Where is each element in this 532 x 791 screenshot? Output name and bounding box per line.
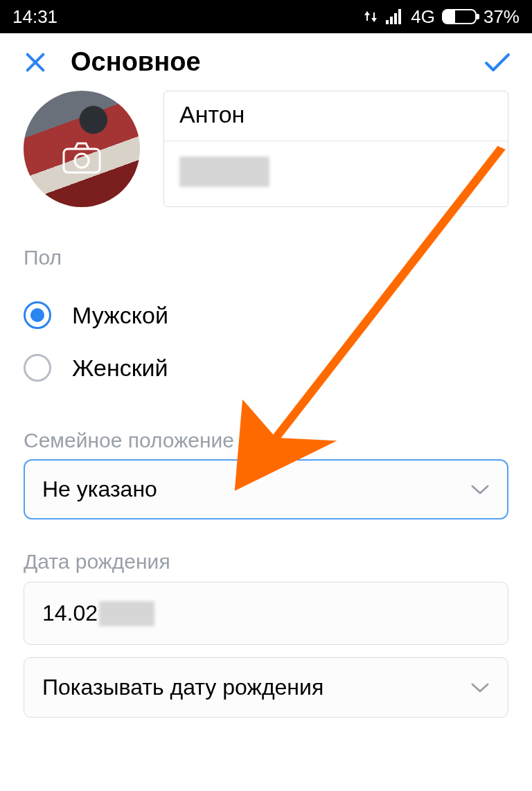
svg-point-7 [75,154,89,168]
dob-label: Дата рождения [24,550,508,574]
gender-radio-group: Мужской Женский [24,289,508,394]
signal-icon [386,9,404,24]
svg-rect-3 [398,9,401,24]
name-card: Антон [163,91,508,207]
camera-icon [62,142,101,174]
marital-label: Семейное положение [24,429,508,452]
chevron-down-icon [470,483,490,496]
content: Антон Пол Мужской Женский Семейное полож… [0,91,532,718]
chevron-down-icon [470,682,490,694]
marital-status-select[interactable]: Не указано [24,459,508,519]
svg-rect-2 [394,13,397,24]
confirm-icon[interactable] [482,51,513,74]
radio-unselected-icon [24,354,51,382]
svg-rect-0 [386,20,389,24]
redacted-text [99,601,154,626]
avatar[interactable] [24,91,140,207]
dob-value: 14.02 [42,601,98,626]
select-value: Не указано [42,477,157,502]
status-time: 14:31 [12,6,57,28]
app-header: Основное [0,33,532,91]
battery-icon [442,9,477,24]
close-icon[interactable] [24,51,47,74]
gender-option-female[interactable]: Женский [24,341,508,394]
radio-label: Женский [72,355,168,382]
data-updown-icon [362,8,379,25]
radio-selected-icon [24,301,51,329]
svg-rect-1 [390,17,393,24]
dob-visibility-select[interactable]: Показывать дату рождения [24,657,508,718]
page-title: Основное [71,47,201,77]
radio-label: Мужской [72,302,168,329]
gender-label: Пол [24,246,508,269]
status-bar: 14:31 4G 37% [0,0,532,33]
network-label: 4G [411,6,435,28]
status-right: 4G 37% [362,6,520,28]
gender-option-male[interactable]: Мужской [24,289,508,341]
battery-percent: 37% [484,6,520,28]
svg-rect-6 [64,149,100,172]
redacted-text [179,157,269,187]
profile-row: Антон [24,91,508,207]
last-name-field[interactable] [164,141,508,206]
first-name-field[interactable]: Антон [164,91,508,141]
select-value: Показывать дату рождения [42,675,323,700]
dob-field[interactable]: 14.02 [24,582,508,645]
